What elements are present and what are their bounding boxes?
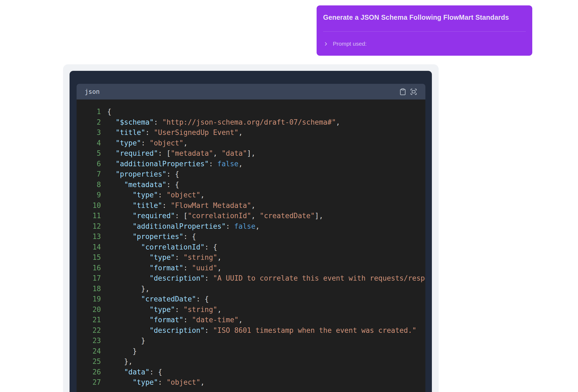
- code-line-content: },: [101, 284, 150, 294]
- code-block: json 1{2 "$schema": "http://json: [77, 84, 425, 392]
- code-line: 21 "format": "date-time",: [77, 315, 425, 325]
- code-line-content: "correlationId": {: [101, 242, 217, 253]
- code-line-content: "required": ["correlationId", "createdDa…: [101, 211, 323, 221]
- code-line-content: "metadata": {: [101, 180, 179, 190]
- line-number: 18: [77, 284, 101, 294]
- code-line: 27 "type": "object",: [77, 377, 425, 388]
- line-number: 16: [77, 263, 101, 273]
- code-line-content: "type": "object",: [101, 138, 188, 148]
- code-line: 22 "description": "ISO 8601 timestamp wh…: [77, 325, 425, 336]
- line-number: 26: [77, 367, 101, 377]
- line-number: 23: [77, 335, 101, 346]
- fullscreen-button[interactable]: [410, 88, 417, 95]
- content-card: json 1{2 "$schema": "http://json: [63, 64, 439, 392]
- code-line-content: "required": ["metadata", "data"],: [101, 148, 255, 159]
- code-line-content: "createdDate": {: [101, 294, 209, 304]
- line-number: 6: [77, 159, 101, 169]
- fullscreen-icon: [410, 88, 417, 95]
- code-line: 1{: [77, 107, 425, 117]
- code-line: 23 }: [77, 335, 425, 346]
- prompt-card-divider: [323, 31, 526, 32]
- line-number: 20: [77, 304, 101, 315]
- code-scroll-area[interactable]: 1{2 "$schema": "http://json-schema.org/d…: [77, 99, 425, 392]
- copy-icon: [399, 88, 406, 95]
- line-number: 3: [77, 127, 101, 138]
- code-line: 8 "metadata": {: [77, 180, 425, 190]
- code-line-content: "format": "date-time",: [101, 315, 243, 325]
- code-line: 6 "additionalProperties": false,: [77, 159, 425, 169]
- line-number: 10: [77, 200, 101, 211]
- code-line: 26 "data": {: [77, 367, 425, 377]
- code-line: 14 "correlationId": {: [77, 242, 425, 253]
- code-line-content: "data": {: [101, 367, 162, 377]
- code-line-content: "type": "string",: [101, 252, 222, 263]
- line-number: 24: [77, 346, 101, 357]
- line-number: 11: [77, 211, 101, 221]
- line-number: 1: [77, 107, 101, 117]
- code-line-content: "description": "A UUID to correlate this…: [101, 273, 425, 284]
- code-line-content: }: [101, 346, 137, 357]
- prompt-used-label: Prompt used:: [333, 41, 367, 47]
- line-number: 22: [77, 325, 101, 336]
- code-line: 19 "createdDate": {: [77, 294, 425, 304]
- code-line: 11 "required": ["correlationId", "create…: [77, 211, 425, 221]
- code-line-content: "type": "object",: [101, 377, 205, 388]
- code-line-content: "additionalProperties": false,: [101, 221, 260, 232]
- code-line: 25 },: [77, 356, 425, 367]
- code-line: 12 "additionalProperties": false,: [77, 221, 425, 232]
- code-line-content: "description": "ISO 8601 timestamp when …: [101, 325, 416, 336]
- language-label: json: [85, 88, 100, 95]
- code-line: 3 "title": "UserSignedUp Event",: [77, 127, 425, 138]
- prompt-card-title: Generate a JSON Schema Following FlowMar…: [323, 5, 526, 22]
- code-line: 15 "type": "string",: [77, 252, 425, 263]
- code-block-actions: [399, 88, 417, 95]
- code-line: 24 }: [77, 346, 425, 357]
- code-line: 9 "type": "object",: [77, 190, 425, 200]
- code-lines: 1{2 "$schema": "http://json-schema.org/d…: [77, 107, 425, 388]
- code-line-content: "$schema": "http://json-schema.org/draft…: [101, 117, 340, 128]
- code-line: 7 "properties": {: [77, 169, 425, 180]
- code-line-content: },: [101, 356, 133, 367]
- line-number: 14: [77, 242, 101, 253]
- code-line: 2 "$schema": "http://json-schema.org/dra…: [77, 117, 425, 128]
- prompt-used-toggle[interactable]: Prompt used:: [323, 41, 367, 47]
- code-line: 13 "properties": {: [77, 231, 425, 242]
- line-number: 19: [77, 294, 101, 304]
- code-line-content: "type": "object",: [101, 190, 205, 200]
- code-block-header: json: [77, 84, 425, 99]
- line-number: 2: [77, 117, 101, 128]
- page: { "prompt_card": { "title": "Generate a …: [0, 0, 578, 392]
- code-line-content: }: [101, 335, 145, 346]
- code-line: 5 "required": ["metadata", "data"],: [77, 148, 425, 159]
- code-line-content: "format": "uuid",: [101, 263, 222, 273]
- line-number: 4: [77, 138, 101, 148]
- code-line: 20 "type": "string",: [77, 304, 425, 315]
- line-number: 8: [77, 180, 101, 190]
- prompt-card: Generate a JSON Schema Following FlowMar…: [317, 5, 532, 56]
- line-number: 12: [77, 221, 101, 232]
- code-line: 18 },: [77, 284, 425, 294]
- line-number: 25: [77, 356, 101, 367]
- line-number: 9: [77, 190, 101, 200]
- line-number: 13: [77, 231, 101, 242]
- code-line: 10 "title": "FlowMart Metadata",: [77, 200, 425, 211]
- chevron-right-icon: [323, 41, 329, 47]
- line-number: 27: [77, 377, 101, 388]
- code-line-content: "properties": {: [101, 231, 196, 242]
- code-line-content: "additionalProperties": false,: [101, 159, 243, 169]
- line-number: 15: [77, 252, 101, 263]
- code-line-content: "title": "FlowMart Metadata",: [101, 200, 255, 211]
- line-number: 17: [77, 273, 101, 284]
- line-number: 21: [77, 315, 101, 325]
- copy-button[interactable]: [399, 88, 406, 95]
- code-line: 4 "type": "object",: [77, 138, 425, 148]
- code-line: 16 "format": "uuid",: [77, 263, 425, 273]
- code-line-content: "type": "string",: [101, 304, 222, 315]
- code-line: 17 "description": "A UUID to correlate t…: [77, 273, 425, 284]
- line-number: 5: [77, 148, 101, 159]
- code-line-content: {: [101, 107, 111, 117]
- line-number: 7: [77, 169, 101, 180]
- code-line-content: "title": "UserSignedUp Event",: [101, 127, 243, 138]
- code-line-content: "properties": {: [101, 169, 179, 180]
- code-bubble: json 1{2 "$schema": "http://json: [70, 71, 432, 392]
